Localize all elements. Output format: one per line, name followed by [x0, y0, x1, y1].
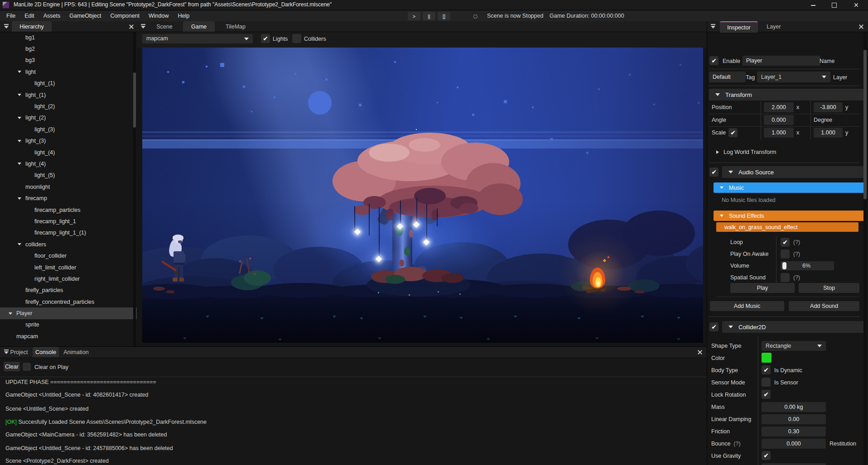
hierarchy-item-light_(2)[interactable]: light_(2): [0, 112, 137, 124]
shape-type-selector[interactable]: Rectangle: [762, 341, 826, 351]
is-dynamic-checkbox[interactable]: [762, 365, 771, 374]
hierarchy-item-firecamp[interactable]: firecamp: [0, 192, 137, 204]
hierarchy-item-light_(3)[interactable]: light_(3): [0, 124, 137, 135]
hierarchy-item-light_(2)[interactable]: light_(2): [0, 101, 137, 112]
maximize-button[interactable]: [824, 0, 844, 10]
tree-expand-icon[interactable]: [18, 94, 21, 96]
colliders-checkbox[interactable]: [292, 34, 301, 43]
hierarchy-item-light_(3)[interactable]: light_(3): [0, 135, 137, 147]
tree-expand-icon[interactable]: [18, 243, 21, 245]
angle-input[interactable]: 0.000: [764, 115, 794, 125]
hierarchy-item-light_(4)[interactable]: light_(4): [0, 147, 137, 158]
layer-selector[interactable]: Layer_1: [757, 72, 830, 82]
collider-color-swatch[interactable]: [762, 353, 772, 363]
hierarchy-item-light_(1)[interactable]: light_(1): [0, 89, 137, 101]
stop-button[interactable]: []: [438, 12, 450, 20]
menu-item-file[interactable]: File: [2, 10, 20, 21]
collider-header[interactable]: Collider2D: [722, 321, 866, 333]
loop-checkbox[interactable]: [781, 238, 790, 247]
stop-sound-button[interactable]: Stop: [799, 283, 859, 293]
gravity-scale-input[interactable]: 1.00: [762, 463, 826, 465]
play-button[interactable]: >: [408, 12, 420, 20]
close-hierarchy-icon[interactable]: [128, 24, 135, 30]
tab-hierarchy[interactable]: Hierarchy: [12, 21, 52, 32]
tab-layer[interactable]: Layer: [761, 21, 787, 32]
add-sound-button[interactable]: Add Sound: [789, 301, 859, 311]
hierarchy-item-light_(4)[interactable]: light_(4): [0, 158, 137, 169]
hierarchy-item-firecamp_light_1[interactable]: firecamp_light_1: [0, 216, 137, 227]
play-sound-button[interactable]: Play: [730, 283, 795, 293]
audio-source-header[interactable]: Audio Source: [722, 166, 866, 178]
tree-expand-icon[interactable]: [18, 140, 21, 142]
name-input[interactable]: Player: [743, 56, 820, 66]
use-gravity-checkbox[interactable]: [762, 451, 771, 460]
hierarchy-item-bg1[interactable]: bg1: [0, 32, 137, 43]
tab-game[interactable]: Game: [183, 21, 215, 32]
sound-effects-header[interactable]: Sound Effects: [714, 211, 866, 221]
tree-expand-icon[interactable]: [18, 117, 21, 119]
enable-checkbox[interactable]: [709, 56, 719, 65]
hierarchy-item-right_limit_collider[interactable]: right_limit_collider: [0, 273, 137, 284]
position-x-input[interactable]: 2.000: [764, 102, 794, 112]
hierarchy-item-moonlight[interactable]: moonlight: [0, 181, 137, 192]
menu-item-edit[interactable]: Edit: [20, 10, 39, 21]
play-on-awake-checkbox[interactable]: [781, 249, 790, 259]
hierarchy-item-mapcam[interactable]: mapcam: [0, 331, 137, 342]
hierarchy-item-left_limit_collider[interactable]: left_limit_collider: [0, 262, 137, 273]
is-sensor-checkbox[interactable]: [762, 378, 771, 387]
position-y-input[interactable]: -3.800: [814, 102, 843, 112]
game-viewport[interactable]: [142, 48, 703, 343]
hierarchy-item-light_(1)[interactable]: light_(1): [0, 78, 137, 89]
hierarchy-item-bg3[interactable]: bg3: [0, 55, 137, 66]
hierarchy-item-bg2[interactable]: bg2: [0, 43, 137, 54]
tree-expand-icon[interactable]: [18, 163, 21, 165]
music-header[interactable]: Music: [714, 182, 866, 193]
minimize-button[interactable]: [803, 0, 824, 10]
tab-scene[interactable]: Scene: [149, 21, 180, 32]
hierarchy-item-firefly_concentred_particles[interactable]: firefly_concentred_particles: [0, 296, 137, 307]
hierarchy-item-sprite[interactable]: sprite: [0, 319, 137, 331]
spatial-sound-checkbox[interactable]: [781, 273, 790, 282]
hierarchy-item-light_(5)[interactable]: light_(5): [0, 170, 137, 181]
tree-expand-icon[interactable]: [9, 312, 12, 315]
lock-rotation-checkbox[interactable]: [762, 390, 771, 399]
tab-inspector[interactable]: Inspector: [720, 21, 758, 33]
hierarchy-item-colliders[interactable]: colliders: [0, 239, 137, 250]
menu-item-window[interactable]: Window: [144, 10, 173, 21]
scale-x-input[interactable]: 1.000: [764, 128, 794, 138]
scale-lock-checkbox[interactable]: [728, 128, 738, 137]
menu-item-component[interactable]: Component: [106, 10, 144, 21]
camera-selector[interactable]: mapcam: [142, 34, 253, 43]
friction-input[interactable]: 0.30: [762, 427, 826, 436]
hierarchy-item-light[interactable]: light: [0, 66, 137, 77]
menu-item-assets[interactable]: Assets: [39, 10, 65, 21]
tab-tilemap[interactable]: TileMap: [217, 21, 254, 32]
menu-item-help[interactable]: Help: [173, 10, 194, 21]
tree-expand-icon[interactable]: [18, 197, 21, 200]
volume-slider[interactable]: 6%: [781, 261, 834, 270]
sound-effect-item[interactable]: walk_on_grass_sound_effect: [716, 222, 858, 232]
close-inspector-icon[interactable]: [858, 24, 864, 30]
mass-input[interactable]: 0.00 kg: [762, 402, 826, 412]
hierarchy-item-firecamp_particles[interactable]: firecamp_particles: [0, 204, 137, 216]
tree-expand-icon[interactable]: [18, 71, 21, 73]
tag-field[interactable]: Default: [709, 72, 746, 82]
volume-slider-handle[interactable]: [782, 262, 786, 269]
inspector-scrollbar-thumb[interactable]: [863, 50, 867, 199]
hierarchy-scrollbar-thumb[interactable]: [133, 72, 136, 128]
linear-damping-input[interactable]: 0.00: [762, 414, 826, 424]
close-window-button[interactable]: [844, 0, 868, 10]
audio-source-checkbox[interactable]: [709, 168, 719, 177]
scale-y-input[interactable]: 1.000: [814, 128, 843, 138]
hierarchy-item-floor_collider[interactable]: floor_collider: [0, 250, 137, 261]
bounce-input[interactable]: 0.000: [762, 439, 826, 449]
hierarchy-item-firefly_particles[interactable]: firefly_particles: [0, 285, 137, 296]
lights-checkbox[interactable]: [261, 34, 270, 43]
pause-button[interactable]: ||: [423, 12, 435, 20]
hierarchy-item-firecamp_light_1_(1)[interactable]: firecamp_light_1_(1): [0, 227, 137, 239]
collapse-panel-icon[interactable]: [4, 24, 9, 29]
add-music-button[interactable]: Add Music: [710, 301, 784, 311]
transform-header[interactable]: Transform: [709, 89, 866, 101]
hierarchy-item-Player[interactable]: Player: [0, 307, 137, 319]
collapse-panel-icon[interactable]: [140, 24, 146, 29]
